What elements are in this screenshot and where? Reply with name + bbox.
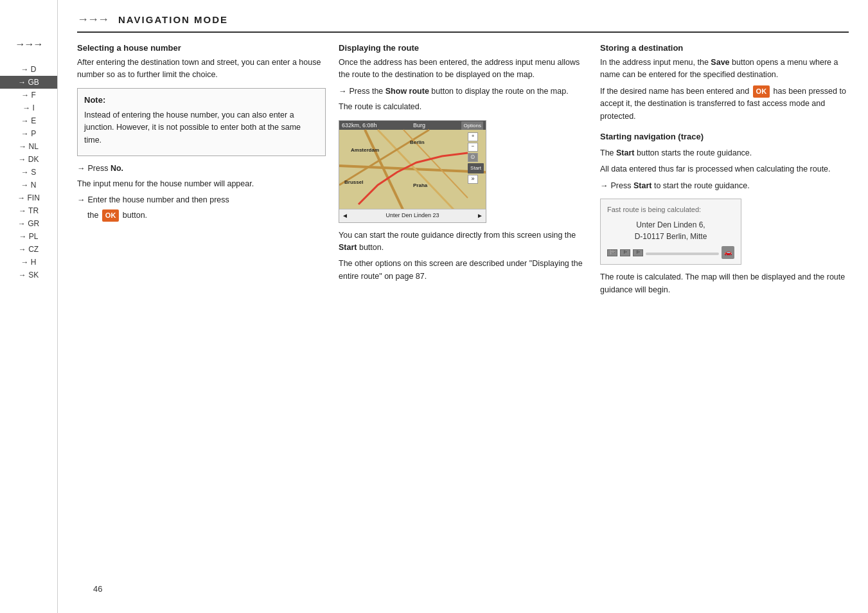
sidebar-item-fin[interactable]: → FIN: [0, 191, 57, 204]
arrow-enter-house: → Enter the house number and then press: [77, 194, 326, 206]
map-roads-svg: [339, 121, 486, 222]
arrow-icon-1: →: [77, 163, 85, 175]
flag-icon-3: 🏳: [633, 249, 643, 256]
show-route-text: Press the Show route button to display t…: [350, 85, 569, 98]
fast-route-title: Fast route is being calculated:: [607, 204, 734, 215]
map-label-berlin: Berlin: [410, 139, 425, 147]
sidebar-item-dk[interactable]: → DK: [0, 153, 57, 166]
section-title-house: Selecting a house number: [77, 43, 326, 53]
arrow-enter-house-text: Enter the house number and then press: [88, 194, 229, 206]
sidebar-item-p[interactable]: → P: [0, 127, 57, 140]
note-box: Note: Instead of entering the house numb…: [77, 88, 326, 156]
sidebar-item-tr[interactable]: → TR: [0, 204, 57, 217]
sidebar-item-nl[interactable]: → NL: [0, 140, 57, 153]
ok-button-col3: OK: [753, 85, 770, 98]
col-house-number: Selecting a house number After entering …: [77, 43, 326, 300]
map-left-nav[interactable]: ◄: [342, 211, 348, 221]
route-calculated: The route is calculated.: [339, 101, 587, 113]
section-body-route: Once the address has been entered, the a…: [339, 57, 587, 283]
col-display-route: Displaying the route Once the address ha…: [339, 43, 587, 300]
sidebar-item-d[interactable]: → D: [0, 63, 57, 76]
arrow-press-no: → Press No.: [77, 163, 326, 175]
ok-button-inline: OK: [102, 209, 120, 222]
page-wrapper: →→→ → D → GB → F → I → E → P → NL → DK →…: [0, 0, 868, 613]
col-storing: Storing a destination In the address inp…: [600, 43, 849, 300]
house-para1: After entering the destination town and …: [77, 57, 326, 82]
map-zoom-in[interactable]: +: [468, 132, 478, 141]
section-body-house: After entering the destination town and …: [77, 57, 326, 222]
route-para2: You can start the route guidance directl…: [339, 229, 587, 254]
flag-icon-2: 🏳: [620, 249, 630, 256]
sidebar-item-sk[interactable]: → SK: [0, 269, 57, 281]
fast-route-line2: D-10117 Berlin, Mitte: [607, 231, 734, 242]
map-label-praha: Praha: [413, 182, 427, 190]
map-right-nav[interactable]: ►: [477, 211, 483, 221]
header-arrows: →→→: [77, 13, 108, 26]
map-label-brussel: Brussel: [344, 179, 363, 186]
note-body: Instead of entering the house number, yo…: [84, 109, 319, 147]
page-number: 46: [93, 584, 102, 594]
content-columns: Selecting a house number After entering …: [77, 43, 849, 300]
fast-route-box: Fast route is being calculated: Unter De…: [600, 199, 741, 265]
route-para3: The other options on this screen are des…: [339, 258, 587, 283]
sidebar-item-gb[interactable]: → GB: [0, 76, 57, 89]
arrow-press-start: → Press Start to start the route guidanc…: [600, 180, 849, 192]
nav-trace-para4: All data entered thus far is processed w…: [600, 163, 849, 175]
sidebar-item-s[interactable]: → S: [0, 166, 57, 179]
arrow-icon-2: →: [77, 194, 85, 206]
section-body-storing: In the address input menu, the Save butt…: [600, 57, 849, 296]
fast-route-icons: 🏁 🏳 🏳 🚗: [607, 246, 734, 259]
route-progress-bar: [646, 253, 719, 255]
arrow-press-no-text: Press No.: [88, 163, 124, 175]
flag-icon-1: 🏁: [607, 249, 617, 256]
map-right-controls: + − ⊙ Start »: [468, 132, 484, 184]
arrow-show-route: → Press the Show route button to display…: [339, 85, 587, 98]
storing-para2: If the desired name has been entered and…: [600, 85, 849, 123]
sidebar-item-f[interactable]: → F: [0, 89, 57, 102]
sidebar-arrows: →→→: [15, 39, 42, 50]
arrow-icon-4: →: [600, 180, 608, 192]
sidebar-item-h[interactable]: → H: [0, 256, 57, 269]
map-bottom-bar: ◄ Unter Den Linden 23 ►: [339, 209, 486, 222]
storing-para5: The route is calculated. The map will th…: [600, 271, 849, 296]
page-title: NAVIGATION MODE: [118, 14, 228, 25]
sidebar-item-e[interactable]: → E: [0, 114, 57, 127]
sidebar-item-pl[interactable]: → PL: [0, 230, 57, 243]
storing-para1: In the address input menu, the Save butt…: [600, 57, 849, 82]
section-title-storing: Storing a destination: [600, 43, 849, 53]
map-display: 632km, 6:08h Burg Options: [339, 120, 486, 223]
arrow-input-text: The input menu for the house number will…: [77, 178, 254, 190]
arrow-input-menu: The input menu for the house number will…: [77, 178, 326, 190]
arrow-ok-button-line: the OK button.: [87, 209, 326, 222]
sidebar-item-n[interactable]: → N: [0, 179, 57, 191]
sidebar-item-cz[interactable]: → CZ: [0, 243, 57, 256]
map-nav-icon[interactable]: ⊙: [468, 153, 478, 162]
section-title-nav-trace: Starting navigation (trace): [600, 130, 849, 143]
map-start-button[interactable]: Start: [468, 163, 484, 173]
note-title: Note:: [84, 94, 319, 107]
route-para1: Once the address has been entered, the a…: [339, 57, 587, 82]
fast-route-line1: Unter Den Linden 6,: [607, 219, 734, 231]
sidebar-item-i[interactable]: → I: [0, 102, 57, 114]
map-address: Unter Den Linden 23: [385, 211, 439, 220]
page-header: →→→ NAVIGATION MODE: [77, 13, 849, 33]
map-zoom-out[interactable]: −: [468, 143, 478, 152]
section-title-route: Displaying the route: [339, 43, 587, 53]
main-content: →→→ NAVIGATION MODE Selecting a house nu…: [58, 0, 868, 613]
sidebar: →→→ → D → GB → F → I → E → P → NL → DK →…: [0, 0, 58, 613]
nav-trace-para3: The Start button starts the route guidan…: [600, 147, 849, 159]
map-label-amsterdam: Amsterdam: [351, 147, 379, 154]
map-inner: 632km, 6:08h Burg Options: [339, 121, 486, 222]
press-start-text: Press Start to start the route guidance.: [611, 180, 750, 192]
arrow-icon-3: →: [339, 85, 347, 98]
map-right-arrow[interactable]: »: [468, 175, 478, 184]
sidebar-item-gr[interactable]: → GR: [0, 217, 57, 230]
the-text: the: [87, 209, 101, 222]
fast-route-address: Unter Den Linden 6, D-10117 Berlin, Mitt…: [607, 219, 734, 242]
nav-car-icon: 🚗: [722, 246, 734, 259]
button-suffix: button.: [120, 209, 147, 222]
